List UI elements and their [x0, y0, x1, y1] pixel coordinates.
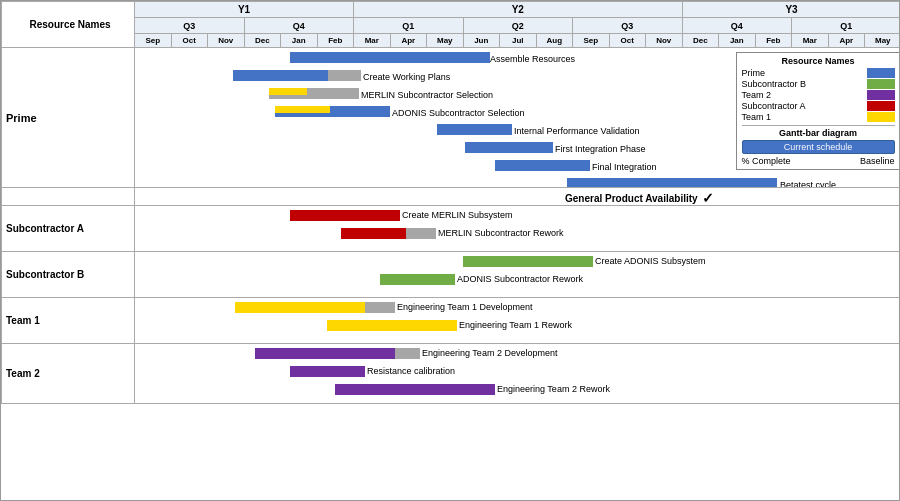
- month-nov2: Nov: [646, 34, 683, 48]
- gantt-table: Resource Names Y1 Y2: [1, 1, 900, 404]
- gpa-timeline: General Product Availability ✓: [135, 188, 901, 206]
- month-apr2: Apr: [828, 34, 865, 48]
- gantt-bar-title: Gantt-bar diagram: [742, 128, 895, 138]
- q-y2-q3: Q3: [573, 18, 683, 34]
- label-assemble: Assemble Resources: [490, 52, 575, 65]
- prime-timeline: Assemble Resources Create Working Plans …: [135, 48, 901, 188]
- bar-t1dev-yellow: [235, 302, 365, 313]
- month-aug: Aug: [536, 34, 573, 48]
- label-merlin-sub: Create MERLIN Subsystem: [402, 210, 513, 220]
- q-y2-q2: Q2: [463, 18, 573, 34]
- month-sep: Sep: [135, 34, 172, 48]
- label-wp: Create Working Plans: [363, 70, 450, 83]
- bar-adonis-yellow: [275, 106, 330, 113]
- q-y1-q3: Q3: [135, 18, 245, 34]
- schedule-btn[interactable]: Current schedule: [742, 140, 895, 154]
- legend-item-team1: Team 1: [742, 112, 895, 122]
- resource-subB: Subcontractor B: [2, 252, 135, 298]
- legend-item-team2: Team 2: [742, 90, 895, 100]
- label-fi: Final Integration: [592, 160, 657, 173]
- month-oct2: Oct: [609, 34, 646, 48]
- bar-t2rework: [335, 384, 495, 395]
- legend-item-prime: Prime: [742, 68, 895, 78]
- bar-fip: [465, 142, 553, 153]
- legend-item-subB: Subcontractor B: [742, 79, 895, 89]
- month-nov: Nov: [208, 34, 245, 48]
- month-feb2: Feb: [755, 34, 792, 48]
- month-dec2: Dec: [682, 34, 719, 48]
- legend-box: Resource Names Prime Subcontractor B Tea…: [736, 52, 900, 170]
- year-y2: Y2: [354, 2, 683, 18]
- bar-assemble: [290, 52, 490, 63]
- label-adonis-sel: ADONIS Subcontractor Selection: [392, 106, 525, 119]
- label-resistance: Resistance calibration: [367, 366, 455, 376]
- bar-merlin-sub: [290, 210, 400, 221]
- bar-betatest: [567, 178, 777, 188]
- bar-resistance: [290, 366, 365, 377]
- label-t2rework: Engineering Team 2 Rework: [497, 384, 610, 394]
- month-apr1: Apr: [390, 34, 427, 48]
- gantt-bar-section: Gantt-bar diagram Current schedule % Com…: [742, 125, 895, 166]
- month-jul: Jul: [500, 34, 537, 48]
- month-oct: Oct: [171, 34, 208, 48]
- subB-timeline: Create ADONIS Subsystem ADONIS Subcontra…: [135, 252, 901, 298]
- month-mar2: Mar: [792, 34, 829, 48]
- bar-t2dev-purple: [255, 348, 395, 359]
- q-y3-q4: Q4: [682, 18, 792, 34]
- month-dec: Dec: [244, 34, 281, 48]
- resource-gpa: [2, 188, 135, 206]
- bar-merlin-yellow: [269, 88, 307, 95]
- label-ipv: Internal Performance Validation: [514, 124, 639, 137]
- label-t1dev: Engineering Team 1 Development: [397, 302, 532, 312]
- label-t2dev: Engineering Team 2 Development: [422, 348, 557, 358]
- month-may1: May: [427, 34, 464, 48]
- legend-item-subA: Subcontractor A: [742, 101, 895, 111]
- resource-team1: Team 1: [2, 298, 135, 344]
- bar-ipv: [437, 124, 512, 135]
- gantt-main: Resource Names Y1 Y2: [1, 1, 900, 501]
- year-y1: Y1: [135, 2, 354, 18]
- label-fip: First Integration Phase: [555, 142, 646, 155]
- month-jun: Jun: [463, 34, 500, 48]
- label-t1rework: Engineering Team 1 Rework: [459, 320, 572, 330]
- label-adonis-sub: Create ADONIS Subsystem: [595, 256, 706, 266]
- resource-subA: Subcontractor A: [2, 206, 135, 252]
- label-merlin-sel: MERLIN Subcontractor Selection: [361, 88, 493, 101]
- subA-timeline: Create MERLIN Subsystem MERLIN Subcontra…: [135, 206, 901, 252]
- team1-timeline: Engineering Team 1 Development Engineeri…: [135, 298, 901, 344]
- legend-title: Resource Names: [742, 56, 895, 66]
- month-sep2: Sep: [573, 34, 610, 48]
- resource-team2: Team 2: [2, 344, 135, 404]
- resource-header: Resource Names: [2, 2, 135, 48]
- bar-t1rework: [327, 320, 457, 331]
- bar-wp-blue: [233, 70, 328, 81]
- year-y3: Y3: [682, 2, 900, 18]
- gantt-chart: .gc { position: relative; width: 900px; …: [0, 0, 900, 501]
- q-y3-q1: Q1: [792, 18, 900, 34]
- bar-adonis-rework: [380, 274, 455, 285]
- month-jan2: Jan: [719, 34, 756, 48]
- resource-prime: Prime: [2, 48, 135, 188]
- q-y2-q1: Q1: [354, 18, 464, 34]
- label-adonis-rework: ADONIS Subcontractor Rework: [457, 274, 583, 284]
- month-mar1: Mar: [354, 34, 391, 48]
- bar-adonis-sub: [463, 256, 593, 267]
- month-may2: May: [865, 34, 900, 48]
- month-jan1: Jan: [281, 34, 318, 48]
- bar-merlin-rework-red: [341, 228, 406, 239]
- month-feb1: Feb: [317, 34, 354, 48]
- bar-fi: [495, 160, 590, 171]
- q-y1-q4: Q4: [244, 18, 354, 34]
- team2-timeline: Engineering Team 2 Development Resistanc…: [135, 344, 901, 404]
- gpa-label: General Product Availability ✓: [565, 190, 714, 206]
- label-betatest: Betatest cycle: [780, 178, 836, 188]
- percent-baseline: % Complete Baseline: [742, 156, 895, 166]
- label-merlin-rework: MERLIN Subcontractor Rework: [438, 228, 564, 238]
